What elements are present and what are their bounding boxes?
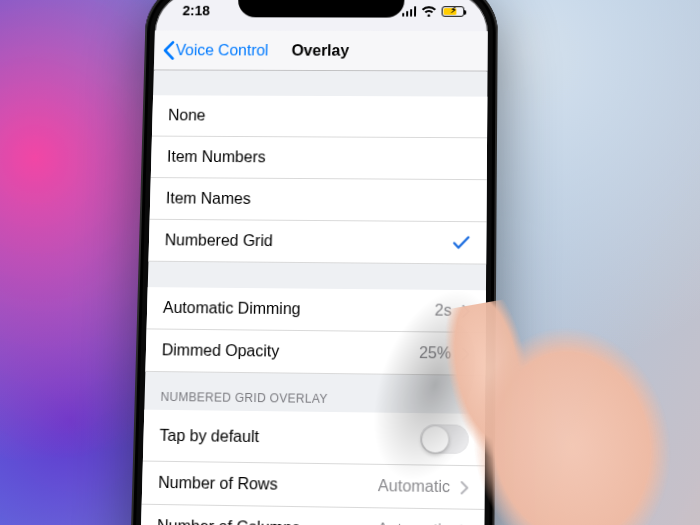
cell-label: Item Names	[166, 190, 471, 210]
cell-label: None	[168, 107, 471, 126]
status-time: 2:18	[182, 3, 210, 18]
cell-label: Dimmed Opacity	[162, 341, 420, 362]
tap-by-default-toggle[interactable]	[420, 424, 469, 454]
tap-by-default-row[interactable]: Tap by default	[143, 410, 485, 467]
settings-content[interactable]: None Item Numbers Item Names Numbered Gr…	[136, 70, 488, 525]
navigation-bar: Voice Control Overlay	[154, 30, 488, 71]
chevron-right-icon	[460, 481, 468, 494]
cell-label: Tap by default	[159, 426, 420, 448]
cell-value: Automatic	[378, 477, 450, 496]
overlay-option-item-numbers[interactable]: Item Numbers	[151, 137, 487, 181]
cell-value: 2s	[435, 302, 452, 320]
number-of-rows-row[interactable]: Number of Rows Automatic	[142, 462, 485, 510]
cellular-signal-icon	[402, 6, 416, 17]
chevron-right-icon	[461, 347, 469, 360]
group-spacer	[148, 262, 486, 291]
cell-label: Item Numbers	[167, 148, 471, 167]
cell-label: Number of Rows	[158, 474, 378, 495]
toggle-knob	[422, 426, 449, 453]
cell-value: Automatic	[377, 520, 449, 525]
overlay-option-item-names[interactable]: Item Names	[150, 178, 487, 222]
group-spacer	[153, 70, 487, 96]
grid-section-header: Numbered Grid Overlay	[144, 372, 485, 414]
page-title: Overlay	[291, 42, 349, 59]
overlay-option-numbered-grid[interactable]: Numbered Grid	[148, 220, 486, 265]
cell-label: Number of Columns	[157, 517, 378, 525]
chevron-left-icon	[162, 40, 175, 59]
back-button-label: Voice Control	[176, 41, 269, 58]
chevron-right-icon	[462, 304, 470, 317]
cell-label: Numbered Grid	[165, 232, 453, 252]
automatic-dimming-row[interactable]: Automatic Dimming 2s	[147, 287, 486, 333]
wifi-icon	[421, 5, 437, 16]
cell-label: Automatic Dimming	[163, 299, 435, 319]
screen: 2:18 ⚡︎ Voice Control Overlay None	[136, 0, 488, 525]
dimmed-opacity-row[interactable]: Dimmed Opacity 25%	[145, 329, 485, 375]
overlay-option-none[interactable]: None	[152, 95, 487, 138]
back-button[interactable]: Voice Control	[160, 37, 271, 64]
checkmark-icon	[452, 235, 470, 251]
cell-value: 25%	[419, 344, 451, 362]
iphone-frame: 2:18 ⚡︎ Voice Control Overlay None	[125, 0, 498, 525]
notch	[238, 0, 405, 18]
battery-icon: ⚡︎	[442, 6, 465, 17]
status-indicators: ⚡︎	[402, 5, 465, 17]
